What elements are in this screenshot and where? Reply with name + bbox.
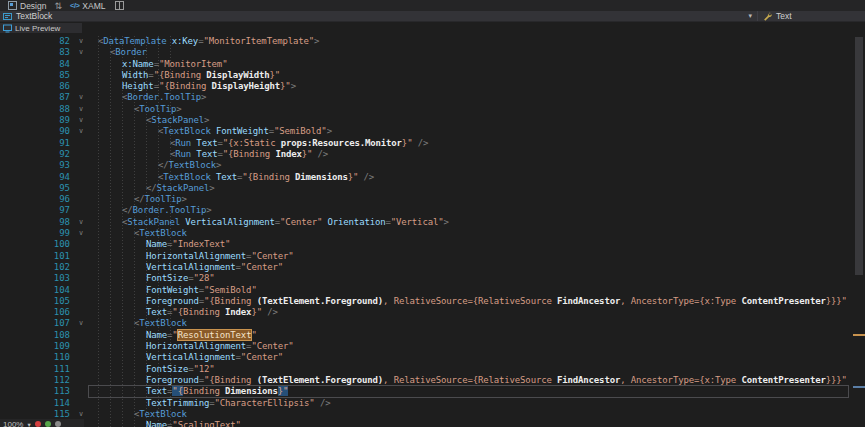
code-line[interactable]: 112Foreground="{Binding (TextElement.For…	[0, 375, 865, 386]
code-line[interactable]: 93</TextBlock>	[0, 160, 865, 171]
fold-chevron-icon[interactable]: ∨	[70, 115, 92, 126]
line-number[interactable]: 103	[0, 273, 70, 284]
code-line[interactable]: 96</ToolTip>	[0, 194, 865, 205]
code-text: </Border.ToolTip>	[92, 205, 212, 216]
swap-panes-button[interactable]: ⇅	[51, 1, 65, 11]
xaml-tab[interactable]: </> XAML	[65, 0, 111, 11]
code-line[interactable]: 92<Run Text="{Binding Index}" />	[0, 149, 865, 160]
line-number[interactable]: 87	[0, 92, 70, 103]
code-line[interactable]: 104FontWeight="SemiBold"	[0, 285, 865, 296]
fold-chevron-icon[interactable]: ∨	[70, 36, 92, 47]
line-number[interactable]: 91	[0, 138, 70, 149]
code-line[interactable]: 109HorizontalAlignment="Center"	[0, 341, 865, 352]
code-line[interactable]: 85Width="{Binding DisplayWidth}"	[0, 70, 865, 81]
line-number[interactable]: 96	[0, 194, 70, 205]
line-number[interactable]: 86	[0, 81, 70, 92]
line-number[interactable]: 82	[0, 36, 70, 47]
scrollbar-thumb[interactable]	[855, 37, 863, 275]
fold-chevron-icon[interactable]: ∨	[70, 228, 92, 239]
live-preview-label: Live Preview	[15, 24, 60, 33]
line-number[interactable]: 83	[0, 47, 70, 58]
fold-chevron-icon[interactable]: ∨	[70, 92, 92, 103]
code-line[interactable]: 108Name="ResolutionText"	[0, 330, 865, 341]
code-line[interactable]: 101HorizontalAlignment="Center"	[0, 251, 865, 262]
fold-chevron-icon[interactable]: ∨	[70, 318, 92, 329]
fold-chevron-icon[interactable]: ∨	[70, 126, 92, 137]
line-number[interactable]: 112	[0, 375, 70, 386]
code-line[interactable]: 91<Run Text="{x:Static props:Resources.M…	[0, 138, 865, 149]
fold-chevron-icon[interactable]: ∨	[70, 217, 92, 228]
code-line[interactable]: 94<TextBlock Text="{Binding Dimensions}"…	[0, 172, 865, 183]
line-number[interactable]: 93	[0, 160, 70, 171]
xaml-tab-label: XAML	[82, 1, 105, 11]
design-tab[interactable]: Design	[3, 0, 51, 11]
line-number[interactable]: 113	[0, 386, 70, 397]
line-number[interactable]: 104	[0, 285, 70, 296]
code-line[interactable]: 116Name="ScalingText"	[0, 420, 865, 427]
code-line[interactable]: 100Name="IndexText"	[0, 239, 865, 250]
code-line[interactable]: 114TextTrimming="CharacterEllipsis" />	[0, 398, 865, 409]
info-indicator-icon[interactable]	[55, 421, 61, 427]
fold-chevron-icon[interactable]: ∨	[70, 47, 92, 58]
line-number[interactable]: 105	[0, 296, 70, 307]
line-number[interactable]: 89	[0, 115, 70, 126]
code-text: </ToolTip>	[92, 194, 187, 205]
member-dropdown[interactable]: Text	[757, 11, 865, 21]
success-indicator-icon[interactable]	[45, 421, 51, 427]
split-orientation-button[interactable]	[111, 1, 128, 10]
line-number[interactable]: 109	[0, 341, 70, 352]
code-line[interactable]: 98∨<StackPanel VerticalAlignment="Center…	[0, 217, 865, 228]
code-line[interactable]: 115∨<TextBlock	[0, 409, 865, 420]
code-line[interactable]: 95</StackPanel>	[0, 183, 865, 194]
line-number[interactable]: 101	[0, 251, 70, 262]
code-line[interactable]: 102VerticalAlignment="Center"	[0, 262, 865, 273]
scrollbar[interactable]	[853, 33, 865, 427]
line-number[interactable]: 100	[0, 239, 70, 250]
line-number[interactable]: 84	[0, 59, 70, 70]
code-line[interactable]: 84x:Name="MonitorItem"	[0, 59, 865, 70]
code-line[interactable]: 86Height="{Binding DisplayHeight}">	[0, 81, 865, 92]
fold-spacer	[70, 285, 92, 296]
line-number[interactable]: 110	[0, 352, 70, 363]
code-editor[interactable]: 82∨<DataTemplate x:Key="MonitorItemTempl…	[0, 33, 865, 427]
line-number[interactable]: 90	[0, 126, 70, 137]
design-icon	[8, 1, 17, 10]
code-line[interactable]: 87∨<Border.ToolTip>	[0, 92, 865, 103]
code-line[interactable]: 107∨<TextBlock	[0, 318, 865, 329]
error-indicator-icon[interactable]	[35, 421, 41, 427]
code-line[interactable]: 103FontSize="28"	[0, 273, 865, 284]
line-number[interactable]: 95	[0, 183, 70, 194]
code-line[interactable]: 90∨<TextBlock FontWeight="SemiBold">	[0, 126, 865, 137]
line-number[interactable]: 99	[0, 228, 70, 239]
element-dropdown[interactable]: TextBlock ▾	[0, 11, 757, 21]
code-line[interactable]: 111FontSize="12"	[0, 364, 865, 375]
code-line[interactable]: 99∨<TextBlock	[0, 228, 865, 239]
code-line[interactable]: 97</Border.ToolTip>	[0, 205, 865, 216]
code-line[interactable]: 110VerticalAlignment="Center"	[0, 352, 865, 363]
fold-spacer	[70, 262, 92, 273]
code-line[interactable]: 105Foreground="{Binding (TextElement.For…	[0, 296, 865, 307]
line-number[interactable]: 92	[0, 149, 70, 160]
line-number[interactable]: 98	[0, 217, 70, 228]
code-line[interactable]: 83∨<Border	[0, 47, 865, 58]
code-line[interactable]: 106Text="{Binding Index}" />	[0, 307, 865, 318]
code-line[interactable]: 89∨<StackPanel>	[0, 115, 865, 126]
line-number[interactable]: 108	[0, 330, 70, 341]
code-line[interactable]: 113Text="{Binding Dimensions}"	[0, 386, 865, 397]
line-number[interactable]: 111	[0, 364, 70, 375]
code-line[interactable]: 88∨<ToolTip>	[0, 104, 865, 115]
zoom-control[interactable]: 100% ▾	[0, 419, 84, 427]
fold-spacer	[70, 386, 92, 397]
line-number[interactable]: 107	[0, 318, 70, 329]
line-number[interactable]: 94	[0, 172, 70, 183]
code-text: HorizontalAlignment="Center"	[92, 251, 294, 262]
fold-chevron-icon[interactable]: ∨	[70, 104, 92, 115]
line-number[interactable]: 88	[0, 104, 70, 115]
line-number[interactable]: 106	[0, 307, 70, 318]
code-line[interactable]: 82∨<DataTemplate x:Key="MonitorItemTempl…	[0, 36, 865, 47]
line-number[interactable]: 114	[0, 398, 70, 409]
line-number[interactable]: 85	[0, 70, 70, 81]
live-preview-toggle[interactable]: Live Preview	[0, 23, 82, 33]
line-number[interactable]: 102	[0, 262, 70, 273]
line-number[interactable]: 97	[0, 205, 70, 216]
